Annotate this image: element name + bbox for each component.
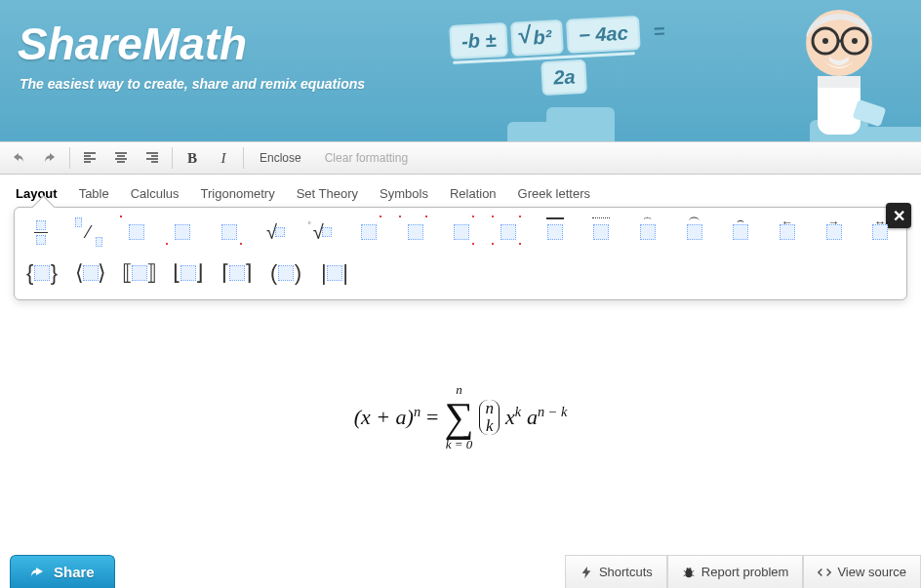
palette-overbar[interactable] — [542, 217, 568, 247]
palette-sup-left[interactable] — [124, 217, 149, 247]
palette-sup-right[interactable] — [356, 217, 381, 247]
palette-fraction[interactable] — [28, 217, 54, 247]
palette-leftarrow-over[interactable]: ← — [775, 217, 800, 247]
svg-point-7 — [852, 38, 858, 44]
svg-line-25 — [691, 574, 694, 575]
equation-editor[interactable]: (x + a)n = n ∑ k = 0 n k xkan − k — [0, 300, 921, 534]
report-problem-link[interactable]: Report problem — [667, 555, 804, 588]
layout-palette: ✕ ∕ √ √▫ ⏞ ⏜ ⌢ ← → ↔ {} ⟨⟩ ⟦⟧ — [14, 207, 907, 300]
palette-angles[interactable]: ⟨⟩ — [77, 258, 104, 288]
eq-equals: = — [426, 405, 438, 430]
eq-binom: n k — [479, 400, 500, 435]
tab-set-theory[interactable]: Set Theory — [297, 186, 358, 201]
professor-avatar — [771, 0, 907, 141]
bolt-icon — [580, 566, 593, 579]
palette-presub-sup[interactable] — [449, 217, 474, 247]
palette-rightarrow-over[interactable]: → — [821, 217, 847, 247]
svg-rect-2 — [818, 76, 861, 88]
banner-formula-chip: = — [643, 16, 675, 48]
svg-point-26 — [686, 568, 688, 569]
tab-relation[interactable]: Relation — [450, 186, 497, 201]
toolbar-separator — [172, 147, 173, 169]
palette-overparen[interactable]: ⌢ — [728, 217, 753, 247]
format-toolbar: B I Enclose Clear formatting — [0, 141, 921, 175]
eq-lhs-base: (x + a) — [354, 406, 414, 430]
palette-dbl-brackets[interactable]: ⟦⟧ — [126, 258, 153, 288]
footer-spacer — [115, 555, 565, 588]
tab-symbols[interactable]: Symbols — [380, 186, 428, 201]
sigma-icon: ∑ — [444, 397, 473, 438]
palette-overbar-dotted[interactable] — [588, 217, 614, 247]
eq-binom-top: n — [485, 400, 494, 417]
tab-table[interactable]: Table — [79, 186, 109, 201]
palette-sqrt[interactable]: √ — [263, 217, 289, 247]
eq-lhs-exp: n — [414, 404, 420, 419]
svg-point-6 — [822, 38, 828, 44]
shortcuts-link[interactable]: Shortcuts — [565, 555, 667, 588]
eq-binom-bot: k — [486, 417, 494, 435]
eq-term2-exp: n − k — [538, 404, 567, 419]
share-icon — [30, 565, 46, 580]
palette-overbrace[interactable]: ⏞ — [635, 217, 661, 247]
bold-button[interactable]: B — [178, 145, 207, 171]
palette-sup-both[interactable] — [403, 217, 428, 247]
bug-icon — [682, 566, 696, 579]
share-label: Share — [54, 564, 95, 580]
palette-nroot[interactable]: √▫ — [309, 217, 335, 247]
decor-stack — [546, 107, 615, 141]
source-label: View source — [837, 565, 906, 579]
palette-all-scripts[interactable] — [496, 217, 521, 247]
shortcuts-label: Shortcuts — [599, 565, 653, 579]
italic-button[interactable]: I — [209, 145, 238, 171]
palette-floor[interactable]: ⌊⌋ — [175, 258, 202, 288]
clear-formatting-button[interactable]: Clear formatting — [314, 145, 419, 171]
tab-trigonometry[interactable]: Trigonometry — [201, 186, 275, 201]
palette-sub-right[interactable] — [217, 217, 242, 247]
eq-sum-lower: k = 0 — [446, 438, 473, 451]
eq-term1-exp: k — [515, 404, 521, 419]
undo-button[interactable] — [4, 145, 33, 171]
align-center-button[interactable] — [106, 145, 136, 171]
tab-calculus[interactable]: Calculus — [131, 186, 180, 201]
palette-ceil[interactable]: ⌈⌉ — [223, 258, 251, 288]
tab-layout[interactable]: Layout — [16, 186, 58, 201]
toolbar-separator — [243, 147, 244, 169]
code-icon — [818, 566, 831, 579]
tab-greek-letters[interactable]: Greek letters — [518, 186, 590, 201]
palette-sub-left[interactable] — [170, 217, 195, 247]
eq-term2-base: a — [527, 406, 538, 430]
svg-line-24 — [684, 574, 687, 575]
enclose-button[interactable]: Enclose — [249, 145, 312, 171]
palette-parens[interactable]: () — [272, 258, 300, 288]
palette-bevel-fraction[interactable]: ∕ — [75, 217, 102, 247]
palette-braces[interactable]: {} — [28, 258, 56, 288]
eq-sum: n ∑ k = 0 — [444, 383, 473, 451]
equation-display: (x + a)n = n ∑ k = 0 n k xkan − k — [354, 383, 568, 451]
svg-point-27 — [689, 568, 691, 569]
align-right-button[interactable] — [138, 145, 167, 171]
svg-point-21 — [685, 568, 692, 577]
view-source-link[interactable]: View source — [803, 555, 921, 588]
footer-bar: Share Shortcuts Report problem View sour… — [0, 555, 921, 588]
align-left-button[interactable] — [75, 145, 104, 171]
report-label: Report problem — [701, 565, 789, 579]
palette-leftrightarrow-over[interactable]: ↔ — [867, 217, 893, 247]
banner-formula-chip: − 4ac — [566, 16, 640, 54]
redo-button[interactable] — [35, 145, 64, 171]
eq-term1-base: x — [505, 406, 515, 430]
banner-formula: -b ± √ b² − 4ac = 2a — [447, 12, 680, 102]
branding-banner: ShareMath The easiest way to create, sha… — [0, 0, 921, 141]
banner-formula-chip: -b ± — [449, 22, 508, 59]
share-button[interactable]: Share — [10, 555, 115, 588]
toolbar-separator — [69, 147, 70, 169]
palette-bars[interactable]: || — [321, 258, 348, 288]
banner-formula-chip: 2a — [541, 59, 587, 96]
palette-hat[interactable]: ⏜ — [682, 217, 707, 247]
category-tabs: Layout Table Calculus Trigonometry Set T… — [0, 175, 921, 207]
banner-formula-chip: √ b² — [510, 20, 564, 57]
